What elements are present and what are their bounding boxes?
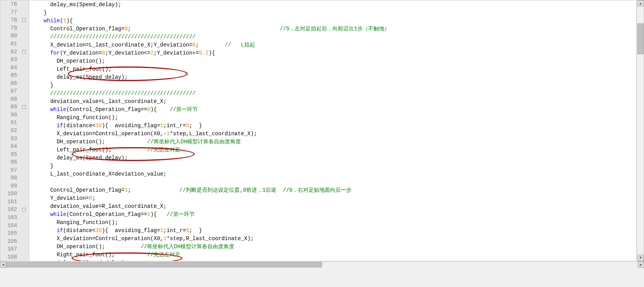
fold-indicator[interactable]: − [19,208,29,211]
fold-indicator[interactable]: − [19,105,29,109]
line-number: 81 [0,41,19,47]
code-line[interactable]: Ranging_function(); [29,113,636,121]
token-comment: //先迈左对足 [147,251,180,258]
code-line[interactable]: X_deviation=L_last_coordinate_X;Y_deviat… [29,41,636,49]
scroll-track-horizontal[interactable] [6,262,638,268]
token-text: ;Y_deviation<= [105,50,150,56]
code-line[interactable]: delay_ms(Speed_delay); [29,259,636,261]
fold-collapse-icon[interactable]: − [22,50,26,53]
token-text: ; } [189,123,202,129]
scroll-down-icon[interactable]: ▼ [637,255,644,261]
code-line[interactable]: Left_pair_foot(); [29,65,636,73]
token-text: X_deviation=Control_operation(X0,- [57,131,167,137]
gutter-row: 97 [0,166,29,174]
gutter-row: 107 [0,245,29,253]
token-text: Y_deviation= [50,195,89,201]
fold-collapse-icon[interactable]: − [22,105,26,109]
scroll-up-icon[interactable]: ▲ [637,0,644,7]
code-line[interactable]: ////////////////////////////////////////… [29,89,636,97]
code-line[interactable]: L_last_coordinate_X=deviation_value; [29,170,636,178]
gutter-row: 84 [0,63,29,71]
token-text: *step,R_last_coordinate_X); [167,236,254,242]
code-line[interactable]: while(Control_Operation_flag==0){ //第一环节 [29,105,636,113]
gutter-row: 89− [0,103,29,111]
fold-collapse-icon[interactable]: − [22,18,26,22]
token-text: ; [128,187,179,193]
code-line[interactable]: while(1){ [29,17,636,25]
line-number: 85 [0,72,19,78]
code-line[interactable]: } [29,81,636,89]
scroll-left-icon[interactable]: ◀ [0,262,6,268]
line-number: 106 [0,238,19,244]
fold-indicator[interactable]: − [19,18,29,22]
code-line[interactable]: while(Control_Operation_flag==1){ //第一环节 [29,210,636,218]
token-text: ; [128,26,280,32]
vertical-scrollbar[interactable]: ▲ ▼ [637,0,644,261]
code-line[interactable]: deviation_value=L_last_coordinate_X; [29,97,636,105]
scroll-thumb-horizontal[interactable] [6,262,322,267]
token-text: DH_operation(); [57,139,147,145]
gutter-row: 100 [0,190,29,198]
token-text: delay_ms(Speed_delay); [57,260,128,261]
code-line[interactable]: ////////////////////////////////////////… [29,33,636,41]
code-line[interactable]: Control_Operation_flag=0; //5，左对足抬起后，向前迈… [29,25,636,33]
token-text: DH_operation(); [57,244,140,250]
scroll-right-icon[interactable]: ▶ [638,262,644,268]
code-line[interactable]: X_deviation=Control_operation(X0,-1*step… [29,129,636,138]
code-line[interactable]: X_deviation=Control_operation(X0,1*step,… [29,234,636,242]
scroll-thumb-vertical[interactable] [637,23,644,54]
code-line[interactable]: Control_Operation_flag=1; //判断是否到达设定位置,0… [29,186,636,194]
token-comment: //将坐标代入DH模型计算各自由度角度 [141,243,235,250]
token-num: 1 [125,187,128,193]
line-number: 102 [0,206,19,212]
code-line[interactable] [29,178,636,186]
token-num: 5 [186,123,189,129]
token-text: ){ avoiding_flag= [102,227,160,234]
fold-indicator[interactable]: − [19,50,29,53]
horizontal-scrollbar[interactable]: ◀ ▶ [0,261,644,268]
gutter-row: 96 [0,158,29,166]
fold-collapse-icon[interactable]: − [22,208,26,211]
token-num: 0 [125,26,128,32]
code-line[interactable]: Ranging_function(); [29,218,636,226]
token-text: *step,L_last_coordinate_X); [170,131,257,137]
code-line[interactable]: if(distance<30){ avoiding_flag=1;int_r=5… [29,121,636,129]
line-number: 107 [0,246,19,252]
line-number: 93 [0,136,19,142]
code-line[interactable]: DH_operation(); [29,57,636,65]
token-text: ;Y_deviation+= [153,50,199,56]
code-line[interactable]: Right_pair_foot(); //先迈左对足 [29,251,636,259]
code-line[interactable]: } [29,162,636,170]
gutter-row: 80 [0,32,29,40]
code-line[interactable]: for(Y_deviation=0;Y_deviation<=2;Y_devia… [29,49,636,57]
line-number: 94 [0,143,19,149]
code-line[interactable]: delay_ms(Speed_delay); [29,0,636,8]
code-line[interactable]: delay_ms(Speed_delay); [29,73,636,81]
token-kw: if [57,123,63,129]
code-line[interactable]: } [29,8,636,17]
code-line[interactable]: DH_operation(); //将坐标代入DH模型计算各自由度角度 [29,138,636,146]
token-num: 1 [63,18,66,24]
token-text: ){ [150,106,170,113]
token-num: 30 [95,123,102,129]
code-line[interactable]: deviation_value=R_last_coordinate_X; [29,202,636,210]
code-line[interactable]: Left_pair_foot(); //先迈左对足 [29,146,636,154]
code-area[interactable]: delay_ms(Speed_delay); } while(1){ Contr… [29,0,637,261]
line-number: 104 [0,222,19,229]
token-text: delay_ms(Speed_delay); [57,74,128,80]
token-kw: while [50,211,66,217]
line-number: 101 [0,199,19,205]
code-line[interactable]: DH_operation(); //将坐标代入DH模型计算各自由度角度 [29,242,636,251]
token-comment: ////////////////////////////////////////… [50,34,195,40]
code-line[interactable]: Y_deviation=0; [29,194,636,202]
token-kw: while [44,18,60,24]
line-number: 100 [0,191,19,197]
token-text: } [44,10,47,16]
code-line[interactable]: if(distance<30){ avoiding_flag=1;int_r=5… [29,226,636,234]
token-text: ; [92,195,95,201]
line-number: 103 [0,214,19,221]
line-number: 92 [0,128,19,134]
code-line[interactable]: delay_ms(Speed_delay); [29,154,636,162]
token-num: 0 [102,50,105,56]
token-text: L_last_coordinate_X=deviation_value; [50,171,166,177]
